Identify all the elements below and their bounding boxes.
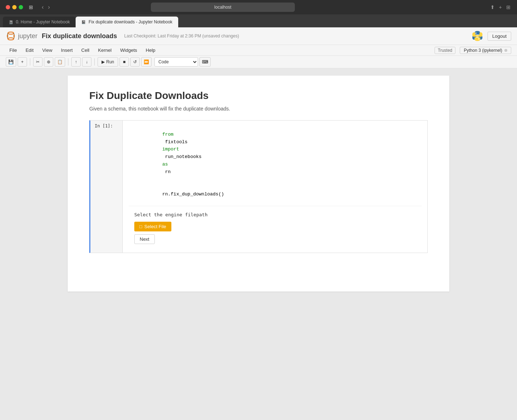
keyword-from: from [162, 132, 174, 137]
tab-favicon-active: 📓 [81, 20, 86, 24]
tab-label-active: Fix duplicate downloads - Jupyter Notebo… [89, 19, 172, 24]
tab-label-home: 0. Home - Jupyter Notebook [16, 19, 70, 24]
tab-bar: 📓 0. Home - Jupyter Notebook 📓 Fix dupli… [0, 14, 517, 27]
page-wrapper: ⊞ ‹ › localhost ⬆ + ⊞ 📓 0. Home - Jupyte… [0, 0, 517, 420]
run-icon: ▶ [102, 59, 105, 64]
logout-button[interactable]: Logout [487, 32, 511, 41]
jupyter-logo-icon [6, 31, 16, 41]
run-button[interactable]: ▶ Run [98, 57, 118, 67]
code-cell-1[interactable]: In [1]: from fixtools import run_noteboo… [89, 120, 428, 253]
paste-button[interactable]: 📋 [55, 57, 65, 67]
tab-active[interactable]: 📓 Fix duplicate downloads - Jupyter Note… [76, 17, 178, 27]
cut-button[interactable]: ✂ [33, 57, 42, 67]
svg-point-4 [476, 33, 477, 34]
traffic-lights [6, 5, 23, 9]
keyboard-shortcut-button[interactable]: ⌨ [199, 57, 211, 67]
toolbar-separator-1 [30, 58, 30, 66]
maximize-button[interactable] [19, 5, 23, 9]
menu-bar: File Edit View Insert Cell Kernel Widget… [0, 45, 517, 56]
toolbar-separator-3 [94, 58, 95, 66]
python-logo-icon [472, 30, 483, 42]
restart-run-button[interactable]: ⏩ [141, 57, 152, 67]
keyword-import: import [162, 146, 179, 152]
import-target: run_notebooks [162, 154, 204, 159]
output-label: Select the engine filepath [134, 212, 416, 217]
menu-kernel[interactable]: Kernel [94, 46, 115, 54]
notebook-main-title: Fix Duplicate Downloads [89, 90, 428, 101]
toolbar: 💾 + ✂ ⊕ 📋 ↑ ↓ ▶ Run ■ ↺ ⏩ Code Markdown … [0, 56, 517, 68]
menu-file[interactable]: File [6, 46, 21, 54]
menu-edit[interactable]: Edit [22, 46, 37, 54]
trusted-badge: Trusted [435, 47, 455, 54]
select-file-button-wrapper: □ Select File [134, 222, 416, 231]
keyword-as: as [162, 162, 168, 167]
select-file-button[interactable]: □ Select File [134, 222, 171, 231]
browser-nav: ‹ › [40, 3, 51, 11]
svg-point-5 [478, 39, 480, 40]
jupyter-logo: jupyter [6, 31, 37, 41]
cell-prompt: In [1]: [90, 121, 123, 253]
module-name: fixtools [162, 139, 190, 145]
forward-button[interactable]: › [46, 3, 51, 11]
alias-name: rn [162, 169, 171, 175]
menu-right: Trusted Python 3 (ipykernel) [435, 47, 511, 54]
move-up-button[interactable]: ↑ [71, 57, 81, 67]
browser-actions: ⬆ + ⊞ [490, 4, 511, 11]
toolbar-separator-2 [68, 58, 68, 66]
select-file-icon: □ [139, 224, 142, 229]
svg-point-0 [8, 32, 14, 34]
notebook-container: Fix Duplicate Downloads Given a schema, … [68, 76, 449, 292]
share-button[interactable]: ⬆ [490, 4, 495, 11]
move-down-button[interactable]: ↓ [82, 57, 91, 67]
menu-insert[interactable]: Insert [57, 46, 76, 54]
kernel-name: Python 3 (ipykernel) [464, 48, 502, 53]
cell-output: Select the engine filepath □ Select File… [129, 206, 422, 250]
svg-point-1 [8, 38, 14, 40]
add-cell-button[interactable]: + [18, 57, 27, 67]
sidebar-toggle-icon[interactable]: ⊞ [29, 4, 33, 10]
checkpoint-info: Last Checkpoint: Last Friday at 2:36 PM … [124, 33, 239, 39]
header-right: Logout [472, 30, 511, 42]
close-button[interactable] [6, 5, 10, 9]
stop-button[interactable]: ■ [120, 57, 129, 67]
run-label: Run [106, 59, 114, 64]
minimize-button[interactable] [12, 5, 17, 9]
svg-point-2 [7, 35, 8, 37]
code-line-2: rn.fix_dup_downloads() [129, 183, 422, 206]
notebook-title-header: Fix duplicate downloads [42, 32, 117, 40]
next-button[interactable]: Next [134, 234, 155, 244]
jupyter-name-text: jupyter [18, 32, 37, 40]
notebook-area: Fix Duplicate Downloads Given a schema, … [0, 68, 517, 420]
code-line-1: from fixtools import run_notebooks as rn [129, 123, 422, 183]
grid-button[interactable]: ⊞ [505, 4, 511, 11]
back-button[interactable]: ‹ [40, 3, 45, 11]
address-bar[interactable]: localhost [151, 3, 295, 12]
cell-code-content: from fixtools import run_notebooks as rn… [123, 121, 427, 253]
jupyter-header: jupyter Fix duplicate downloads Last Che… [0, 27, 517, 45]
tab-favicon-home: 📓 [9, 20, 13, 24]
menu-view[interactable]: View [39, 46, 56, 54]
menu-help[interactable]: Help [142, 46, 159, 54]
svg-point-3 [13, 35, 15, 37]
address-text: localhost [214, 5, 231, 10]
menu-cell[interactable]: Cell [78, 46, 93, 54]
function-call: rn.fix_dup_downloads() [162, 191, 224, 197]
notebook-description: Given a schema, this notebook will fix t… [89, 106, 428, 112]
select-file-label: Select File [144, 224, 166, 229]
restart-button[interactable]: ↺ [130, 57, 140, 67]
browser-chrome: ⊞ ‹ › localhost ⬆ + ⊞ [0, 0, 517, 14]
save-button[interactable]: 💾 [6, 57, 16, 67]
kernel-badge: Python 3 (ipykernel) [460, 47, 511, 54]
kernel-status-dot [504, 49, 507, 52]
cell-type-select[interactable]: Code Markdown Raw NBConvert [154, 57, 198, 67]
new-tab-button[interactable]: + [498, 4, 503, 11]
tab-home[interactable]: 📓 0. Home - Jupyter Notebook [3, 17, 76, 27]
menu-widgets[interactable]: Widgets [117, 46, 141, 54]
copy-button[interactable]: ⊕ [44, 57, 53, 67]
